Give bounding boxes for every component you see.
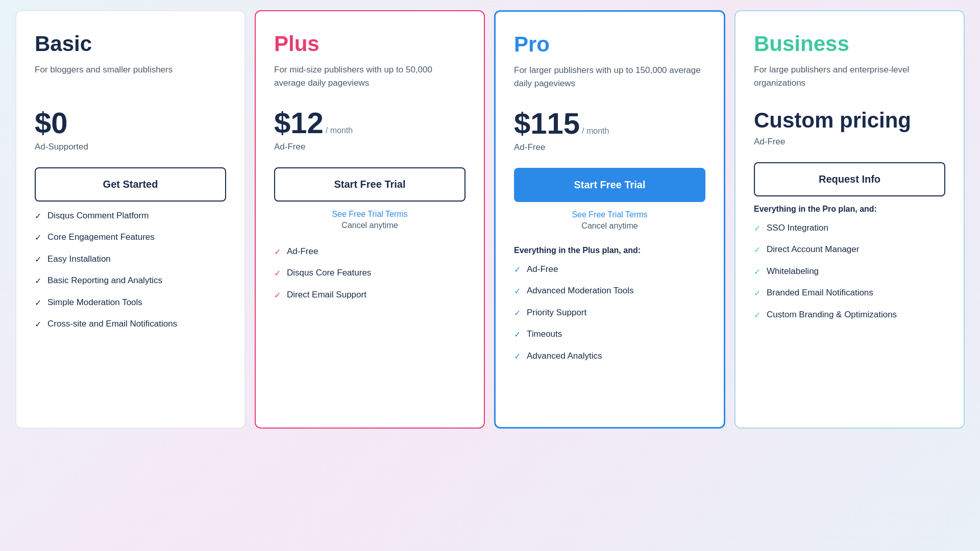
- list-item: ✓ Advanced Analytics: [514, 350, 705, 362]
- list-item: ✓ Priority Support: [514, 307, 705, 319]
- pricing-container: Basic For bloggers and smaller publisher…: [15, 10, 965, 429]
- list-item: ✓ Easy Installation: [35, 253, 226, 265]
- check-icon: ✓: [274, 290, 281, 301]
- price-period-pro: / month: [582, 127, 609, 136]
- list-item: ✓ Simple Moderation Tools: [35, 296, 226, 309]
- trial-links-pro: See Free Trial Terms Cancel anytime: [514, 210, 705, 231]
- check-icon: ✓: [754, 223, 761, 234]
- feature-list-basic: ✓ Disqus Comment Platform ✓ Core Engagem…: [35, 210, 226, 330]
- list-item: ✓ Direct Account Manager: [754, 243, 945, 256]
- trial-links-plus: See Free Trial Terms Cancel anytime: [274, 210, 465, 230]
- check-icon: ✓: [754, 288, 761, 299]
- list-item: ✓ Branded Email Notifications: [754, 287, 945, 299]
- plan-card-plus: Plus For mid-size publishers with up to …: [255, 10, 485, 429]
- list-item: ✓ Timeouts: [514, 328, 705, 340]
- check-icon: ✓: [35, 232, 41, 243]
- plan-card-basic: Basic For bloggers and smaller publisher…: [15, 10, 246, 429]
- price-amount-pro: $115: [514, 109, 580, 138]
- price-amount-basic: $0: [35, 108, 68, 138]
- list-item: ✓ SSO Integration: [754, 222, 945, 234]
- list-item: ✓ Cross-site and Email Notifications: [35, 318, 226, 330]
- plus-trial-button[interactable]: Start Free Trial: [274, 167, 465, 202]
- check-icon: ✓: [514, 308, 521, 319]
- check-icon: ✓: [514, 351, 521, 362]
- list-item: ✓ Disqus Core Features: [274, 267, 465, 279]
- features-header-business: Everything in the Pro plan, and:: [754, 205, 945, 214]
- trial-terms-link-pro[interactable]: See Free Trial Terms: [514, 210, 705, 219]
- request-info-button[interactable]: Request Info: [754, 162, 945, 196]
- trial-terms-link-plus[interactable]: See Free Trial Terms: [274, 210, 465, 219]
- check-icon: ✓: [514, 329, 521, 340]
- plan-description-basic: For bloggers and smaller publishers: [35, 63, 226, 94]
- plan-price-plus: $12 / month: [274, 108, 465, 138]
- check-icon: ✓: [514, 286, 521, 297]
- plan-name-basic: Basic: [35, 32, 226, 56]
- feature-list-business: ✓ SSO Integration ✓ Direct Account Manag…: [754, 222, 945, 321]
- cancel-text-plus: Cancel anytime: [341, 221, 398, 230]
- plan-price-business: Custom pricing: [754, 108, 945, 133]
- list-item: ✓ Custom Branding & Optimizations: [754, 309, 945, 321]
- plan-name-pro: Pro: [514, 32, 705, 57]
- check-icon: ✓: [754, 244, 761, 256]
- list-item: ✓ Disqus Comment Platform: [35, 210, 226, 222]
- check-icon: ✓: [754, 310, 761, 321]
- get-started-button[interactable]: Get Started: [35, 167, 226, 202]
- list-item: ✓ Core Engagement Features: [35, 231, 226, 243]
- plan-card-business: Business For large publishers and enterp…: [734, 10, 965, 429]
- check-icon: ✓: [35, 211, 41, 222]
- plan-price-pro: $115 / month: [514, 109, 705, 138]
- plan-description-pro: For larger publishers with up to 150,000…: [514, 64, 705, 94]
- feature-list-pro: ✓ Ad-Free ✓ Advanced Moderation Tools ✓ …: [514, 263, 705, 362]
- plan-billing-pro: Ad-Free: [514, 142, 705, 153]
- list-item: ✓ Basic Reporting and Analytics: [35, 274, 226, 287]
- feature-list-plus: ✓ Ad-Free ✓ Disqus Core Features ✓ Direc…: [274, 245, 465, 301]
- check-icon: ✓: [754, 266, 761, 278]
- price-amount-business: Custom pricing: [754, 108, 911, 133]
- plan-name-plus: Plus: [274, 32, 465, 56]
- check-icon: ✓: [274, 246, 281, 258]
- plan-description-business: For large publishers and enterprise-leve…: [754, 63, 945, 94]
- features-header-pro: Everything in the Plus plan, and:: [514, 246, 705, 255]
- list-item: ✓ Ad-Free: [514, 263, 705, 276]
- check-icon: ✓: [35, 254, 41, 265]
- pro-trial-button[interactable]: Start Free Trial: [514, 168, 705, 202]
- price-period-plus: / month: [326, 126, 353, 135]
- list-item: ✓ Direct Email Support: [274, 289, 465, 301]
- check-icon: ✓: [35, 297, 41, 309]
- check-icon: ✓: [514, 264, 521, 276]
- check-icon: ✓: [274, 268, 281, 279]
- plan-price-basic: $0: [35, 108, 226, 138]
- cancel-text-pro: Cancel anytime: [581, 221, 638, 230]
- plan-description-plus: For mid-size publishers with up to 50,00…: [274, 63, 465, 94]
- list-item: ✓ Advanced Moderation Tools: [514, 285, 705, 297]
- check-icon: ✓: [35, 276, 41, 287]
- check-icon: ✓: [35, 319, 41, 330]
- plan-billing-plus: Ad-Free: [274, 142, 465, 152]
- plan-billing-business: Ad-Free: [754, 137, 945, 147]
- price-amount-plus: $12: [274, 108, 324, 138]
- list-item: ✓ Whitelabeling: [754, 265, 945, 278]
- plan-card-pro: Pro For larger publishers with up to 150…: [494, 10, 725, 429]
- list-item: ✓ Ad-Free: [274, 245, 465, 258]
- plan-name-business: Business: [754, 32, 945, 56]
- plan-billing-basic: Ad-Supported: [35, 142, 226, 152]
